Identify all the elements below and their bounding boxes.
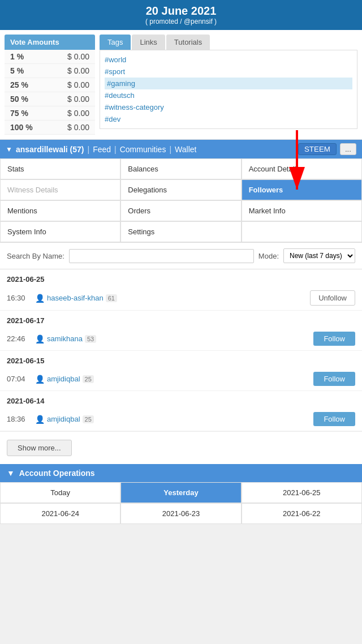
dots-button[interactable]: ... (340, 143, 356, 155)
promoted-banner: 20 June 2021 ( promoted / @pennsif ) (0, 0, 362, 30)
rep-2: 53 (85, 335, 96, 343)
mode-label: Mode: (258, 252, 279, 260)
vote-row: 75 %$ 0.00 (5, 106, 95, 121)
wallet-bar: ▼ ansardillewali (57) | Feed | Communiti… (0, 140, 362, 158)
vote-row: 50 %$ 0.00 (5, 92, 95, 106)
follow-button-3[interactable]: Follow (313, 372, 355, 386)
tag-deutsch[interactable]: #deutsch (105, 89, 352, 101)
tag-witness[interactable]: #witness-category (105, 101, 352, 113)
account-ops-title: Account Operations (19, 469, 95, 478)
follower-row-2: 22:46 👤 samikhana 53 Follow (0, 327, 362, 351)
account-ops-bar: ▼ Account Operations (0, 464, 362, 482)
nav-balances[interactable]: Balances (120, 158, 241, 179)
vote-row: 1 %$ 0.00 (5, 50, 95, 64)
nav-empty (242, 221, 362, 242)
show-more-button[interactable]: Show more... (7, 440, 72, 456)
mode-select[interactable]: New (last 7 days) All time Recent (283, 248, 355, 263)
tag-gaming[interactable]: #gaming (105, 78, 352, 89)
user-icon-2: 👤 (35, 334, 45, 344)
steem-button[interactable]: STEEM (298, 143, 337, 155)
tab-tags[interactable]: Tags (100, 35, 131, 50)
date-group-2: 2021-06-17 (0, 311, 362, 327)
search-bar: Search By Name: Mode: New (last 7 days) … (0, 243, 362, 269)
vote-amounts-panel: Vote Amounts 1 %$ 0.00 5 %$ 0.00 25 %$ 0… (5, 35, 95, 135)
follow-button-4[interactable]: Follow (313, 412, 355, 426)
account-ops-extra-row: 2021-06-24 2021-06-23 2021-06-22 (0, 503, 362, 524)
nav-stats[interactable]: Stats (0, 158, 120, 179)
vote-row: 5 %$ 0.00 (5, 64, 95, 78)
vote-amounts-header: Vote Amounts (5, 35, 95, 50)
follow-button-2[interactable]: Follow (313, 332, 355, 346)
nav-grid: Stats Balances Account Details Witness D… (0, 158, 362, 243)
user-icon-1: 👤 (35, 294, 45, 303)
chevron-icon: ▼ (6, 145, 12, 153)
search-label: Search By Name: (7, 252, 64, 260)
follower-row-1: 16:30 👤 haseeb-asif-khan 61 Unfollow (0, 286, 362, 311)
unfollow-button-1[interactable]: Unfollow (310, 290, 355, 306)
date-group-4: 2021-06-14 (0, 391, 362, 407)
user-link-2[interactable]: 👤 samikhana 53 (35, 334, 308, 344)
date-label-2: 2021-06-17 (7, 316, 355, 325)
tags-panel: Tags Links Tutorials #world #sport #gami… (100, 35, 357, 135)
wallet-link[interactable]: Wallet (175, 145, 196, 154)
user-icon-4: 👤 (35, 415, 45, 424)
user-link-1[interactable]: 👤 haseeb-asif-khan 61 (35, 294, 304, 303)
tab-links[interactable]: Links (132, 35, 165, 50)
account-ops-tabs: Today Yesterday 2021-06-25 (0, 482, 362, 503)
followers-list: 2021-06-25 16:30 👤 haseeb-asif-khan 61 U… (0, 269, 362, 464)
nav-delegations[interactable]: Delegations (120, 179, 241, 200)
nav-orders[interactable]: Orders (120, 200, 241, 221)
tab-tutorials[interactable]: Tutorials (166, 35, 210, 50)
date-group-3: 2021-06-15 (0, 351, 362, 367)
time-4: 18:36 (7, 415, 29, 423)
ops-tab-2021-06-24[interactable]: 2021-06-24 (0, 503, 120, 524)
user-icon-3: 👤 (35, 375, 45, 384)
nav-followers[interactable]: Followers (242, 179, 362, 200)
vote-row: 100 %$ 0.00 (5, 121, 95, 135)
promoted-sub: ( promoted / @pennsif ) (5, 18, 357, 25)
nav-system-info[interactable]: System Info (0, 221, 120, 242)
follower-row-3: 07:04 👤 amjidiqbal 25 Follow (0, 367, 362, 391)
ops-tab-2021-06-25[interactable]: 2021-06-25 (242, 482, 362, 503)
user-link-3[interactable]: 👤 amjidiqbal 25 (35, 375, 308, 384)
date-label-3: 2021-06-15 (7, 357, 355, 365)
nav-mentions[interactable]: Mentions (0, 200, 120, 221)
top-section: Vote Amounts 1 %$ 0.00 5 %$ 0.00 25 %$ 0… (0, 30, 362, 140)
communities-link[interactable]: Communities (120, 145, 166, 154)
time-1: 16:30 (7, 294, 29, 302)
ops-tab-2021-06-23[interactable]: 2021-06-23 (120, 503, 241, 524)
promoted-date: 20 June 2021 (5, 5, 357, 18)
rep-1: 61 (106, 294, 117, 302)
tag-world[interactable]: #world (105, 54, 352, 66)
date-group-1: 2021-06-25 (0, 269, 362, 286)
tag-dev[interactable]: #dev (105, 113, 352, 125)
nav-market-info[interactable]: Market Info (242, 200, 362, 221)
ops-tab-yesterday[interactable]: Yesterday (120, 482, 241, 503)
date-label-4: 2021-06-14 (7, 397, 355, 405)
rep-4: 25 (83, 415, 94, 423)
time-3: 07:04 (7, 375, 29, 383)
nav-account-details[interactable]: Account Details (242, 158, 362, 179)
tag-sport[interactable]: #sport (105, 66, 352, 78)
show-more-row: Show more... (0, 431, 362, 464)
tags-tabs: Tags Links Tutorials (100, 35, 357, 50)
nav-witness-details: Witness Details (0, 179, 120, 200)
tags-body: #world #sport #gaming #deutsch #witness-… (100, 50, 357, 129)
rep-3: 25 (83, 375, 94, 383)
ops-tab-2021-06-22[interactable]: 2021-06-22 (242, 503, 362, 524)
ops-tab-today[interactable]: Today (0, 482, 120, 503)
time-2: 22:46 (7, 334, 29, 343)
chevron-ops-icon: ▼ (7, 469, 15, 478)
user-link-4[interactable]: 👤 amjidiqbal 25 (35, 415, 308, 424)
search-input[interactable] (69, 249, 254, 263)
wallet-username: ansardillewali (57) (16, 145, 84, 154)
follower-row-4: 18:36 👤 amjidiqbal 25 Follow (0, 407, 362, 431)
vote-row: 25 %$ 0.00 (5, 78, 95, 92)
date-label-1: 2021-06-25 (7, 275, 355, 284)
nav-settings[interactable]: Settings (120, 221, 241, 242)
feed-link[interactable]: Feed (93, 145, 111, 154)
